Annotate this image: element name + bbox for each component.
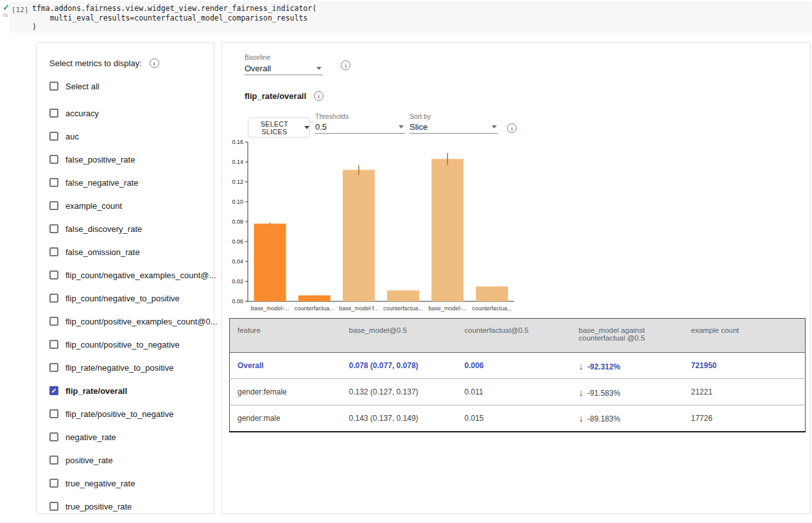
checkbox-unchecked-icon[interactable]: [49, 294, 58, 303]
metric-item-label: false_discovery_rate: [65, 224, 142, 234]
thresholds-group: Thresholds 0.5: [315, 112, 405, 134]
counterfactual-cell: 0.011: [457, 379, 571, 405]
y-axis-tick-label: 0.08: [232, 218, 243, 225]
metric-item-flip-rate-overall: ✓flip_rate/overall: [49, 385, 210, 396]
checkbox-unchecked-icon[interactable]: [49, 340, 58, 349]
slice-metrics-table: feature base_model@0.5 counterfactual@0.…: [229, 318, 806, 432]
baseline-select[interactable]: Overall: [245, 62, 323, 75]
checkbox-unchecked-icon[interactable]: [49, 270, 58, 279]
bar-base-model-f-2[interactable]: [343, 170, 375, 301]
metric-item-label: example_count: [65, 201, 122, 211]
metric-item-select-all: Select all: [49, 80, 210, 92]
base-model-cell: 0.143 (0.137, 0.149): [341, 405, 457, 432]
y-axis-tick-label: 0.04: [232, 258, 243, 265]
column-header-base-model: base_model@0.5: [341, 319, 457, 353]
against-value: -89.183%: [587, 414, 620, 423]
example-count-cell: 721950: [684, 353, 806, 379]
baseline-select-value: Overall: [245, 64, 271, 73]
checkbox-checked-icon[interactable]: ✓: [49, 386, 58, 395]
bar-counterfactua-3[interactable]: [387, 290, 419, 301]
metric-title: flip_rate/overall: [245, 91, 306, 101]
feature-cell: gender:male: [230, 405, 341, 432]
bar-base-model-0[interactable]: [254, 224, 286, 301]
arrow-down-icon: ↓: [579, 387, 584, 398]
checkbox-unchecked-icon[interactable]: [49, 155, 58, 164]
select-slices-button[interactable]: SELECT SLICES: [248, 118, 310, 137]
x-axis-category-label: counterfactua...: [295, 305, 334, 312]
metric-item-label: accuracy: [65, 109, 99, 118]
checkbox-unchecked-icon[interactable]: [49, 456, 58, 465]
metric-title-row: flip_rate/overall i: [245, 91, 324, 101]
cell-success-check-icon: ✓: [3, 3, 10, 12]
table-row-overall: Overall0.078 (0.077, 0.078)0.006↓-92.312…: [230, 353, 806, 379]
thresholds-value: 0.5: [315, 122, 327, 132]
bar-base-model-4[interactable]: [431, 159, 463, 301]
metric-item-label: Select all: [65, 82, 99, 91]
metric-item-true-positive-rate: true_positive_rate: [49, 501, 210, 512]
metric-item-label: positive_rate: [65, 456, 113, 465]
baseline-info-icon[interactable]: i: [341, 60, 350, 70]
cell-code[interactable]: tfma.addons.fairness.view.widget_view.re…: [32, 4, 316, 32]
against-value: -92.312%: [587, 362, 620, 371]
checkbox-unchecked-icon[interactable]: [49, 82, 58, 91]
thresholds-select[interactable]: 0.5: [315, 120, 405, 134]
table-row-gender-male: gender:male0.143 (0.137, 0.149)0.015↓-89…: [230, 405, 806, 432]
chart-info-icon[interactable]: i: [507, 123, 517, 133]
metric-item-label: flip_rate/positive_to_negative: [65, 409, 173, 419]
checkbox-unchecked-icon[interactable]: [49, 409, 58, 418]
metric-info-icon[interactable]: i: [314, 91, 324, 101]
metric-item-label: true_positive_rate: [65, 502, 132, 511]
column-header-base-against-counterfactual: base_model against counterfactual @0.5: [571, 319, 684, 353]
metric-item-flip-rate-positive-to-negative: flip_rate/positive_to_negative: [49, 408, 210, 420]
sort-by-group: Sort by Slice: [410, 112, 498, 134]
y-axis-tick-label: 0.14: [232, 159, 243, 165]
y-axis-tick-label: 0.16: [232, 139, 243, 145]
metric-item-accuracy: accuracy: [49, 107, 210, 119]
checkbox-unchecked-icon[interactable]: [49, 432, 58, 441]
sort-by-select[interactable]: Slice: [410, 120, 498, 134]
chevron-down-icon: [492, 125, 497, 129]
notebook-page: ✓ 0s [12] tfma.addons.fairness.view.widg…: [0, 0, 812, 523]
checkbox-unchecked-icon[interactable]: [49, 178, 58, 187]
bar-counterfactua-5[interactable]: [476, 287, 508, 301]
metrics-panel-title: Select metrics to display:: [49, 58, 142, 68]
x-axis-category-label: base_model-...: [251, 305, 289, 312]
metrics-panel: Select metrics to display: i Select alla…: [36, 42, 214, 514]
checkbox-unchecked-icon[interactable]: [49, 317, 58, 326]
checkbox-unchecked-icon[interactable]: [49, 224, 58, 233]
x-axis-category-label: counterfactua...: [383, 305, 423, 312]
cell-duration: 0s: [3, 12, 8, 18]
checkbox-unchecked-icon[interactable]: [49, 201, 58, 210]
select-slices-label: SELECT SLICES: [248, 120, 300, 136]
checkbox-unchecked-icon[interactable]: [49, 479, 58, 488]
checkbox-unchecked-icon[interactable]: [49, 363, 58, 372]
metric-item-label: false_omission_rate: [65, 247, 140, 257]
metric-item-flip-rate-negative-to-positive: flip_rate/negative_to_positive: [49, 362, 210, 373]
feature-cell: Overall: [230, 353, 341, 379]
metric-item-flip-count-negative-examples-count: flip_count/negative_examples_count@...: [49, 269, 210, 281]
metric-item-flip-count-positive-to-negative: flip_count/positive_to_negative: [49, 339, 210, 350]
metric-item-false-discovery-rate: false_discovery_rate: [49, 223, 210, 235]
chevron-down-icon: [316, 67, 322, 70]
metric-item-label: flip_count/positive_examples_count@0...: [65, 317, 218, 326]
bar-counterfactua-1[interactable]: [298, 296, 331, 301]
column-header-example-count: example count: [684, 319, 806, 353]
metric-item-false-positive-rate: false_positive_rate: [49, 154, 210, 165]
x-axis-category-label: base_model-...: [428, 305, 467, 312]
checkbox-unchecked-icon[interactable]: [49, 247, 58, 256]
against-value: -91.583%: [587, 389, 620, 398]
info-icon[interactable]: i: [150, 58, 159, 68]
feature-cell: gender:female: [230, 379, 341, 405]
metric-item-label: true_negative_rate: [65, 479, 135, 488]
baseline-label: Baseline: [245, 53, 270, 61]
checkbox-unchecked-icon[interactable]: [49, 502, 58, 511]
slice-table-body: Overall0.078 (0.077, 0.078)0.006↓-92.312…: [230, 353, 806, 432]
fairness-bar-chart: 0.000.020.040.060.080.100.120.140.16base…: [227, 139, 520, 326]
checkbox-unchecked-icon[interactable]: [49, 132, 58, 141]
thresholds-label: Thresholds: [315, 112, 405, 120]
metric-item-negative-rate: negative_rate: [49, 431, 210, 443]
example-count-cell: 17726: [684, 405, 806, 432]
x-axis-category-label: base_model-f...: [339, 305, 379, 312]
arrow-down-icon: ↓: [579, 360, 584, 371]
checkbox-unchecked-icon[interactable]: [49, 109, 58, 118]
